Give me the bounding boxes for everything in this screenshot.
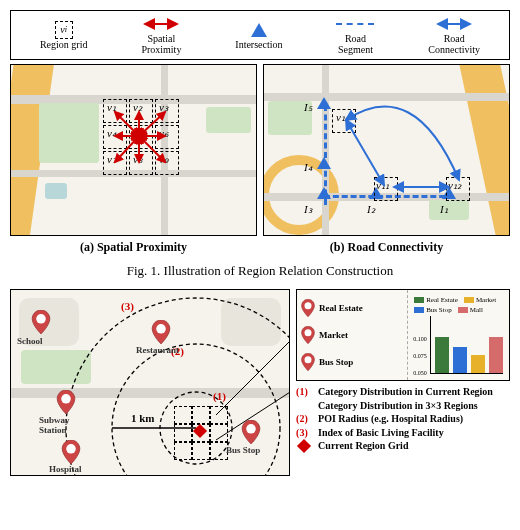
poi-pin-icon — [56, 390, 76, 414]
legend-road-segment: Road Segment — [336, 15, 374, 55]
chart-bar — [435, 337, 449, 373]
vertex-label: v₆ — [159, 127, 168, 140]
chart-legend-label: Mall — [470, 306, 483, 314]
legend-spatial-proximity: Spatial Proximity — [141, 15, 181, 55]
poi-label: Market — [319, 330, 348, 340]
panel-b-wrap: I₅ I₄ I₃ I₂ I₁ v₁₀ v₁₁ v₁₂ (b) Ro — [263, 64, 510, 255]
figure1-legend: vi Region grid Spatial Proximity Interse… — [10, 10, 510, 60]
intersection-label: I₃ — [304, 203, 312, 216]
key-num: (1) — [296, 385, 312, 399]
panel-a-caption: (a) Spatial Proximity — [10, 240, 257, 255]
legend-region-grid: vi Region grid — [40, 21, 88, 50]
zoom-poi-list: Real Estate Market Bus Stop — [297, 290, 408, 380]
intersection-icon — [251, 21, 267, 39]
intersection-label: I₅ — [304, 101, 312, 114]
key-text: Current Region Grid — [318, 439, 408, 453]
vertex-label: v₉ — [159, 153, 168, 166]
poi-pin-icon — [241, 420, 261, 444]
chart-legend-label: Bus Stop — [426, 306, 451, 314]
key-text: Category Distribution in 3×3 Regions — [318, 399, 478, 413]
poi-label: Restaurant — [136, 345, 179, 355]
chart-legend-label: Market — [476, 296, 496, 304]
poi-label: Hospital — [49, 464, 82, 474]
intersection-icon — [317, 157, 331, 169]
vertex-label: v₂ — [133, 101, 142, 114]
poi-pin-icon — [61, 440, 81, 464]
vertex-label: v₈ — [133, 153, 142, 166]
poi-label: Bus Stop — [319, 357, 353, 367]
poi-label: School — [17, 336, 43, 346]
diamond-icon — [297, 439, 311, 453]
chart-legend: Real Estate Market Bus Stop Mall — [412, 294, 505, 314]
poi-pin-icon — [31, 310, 51, 334]
legend-label: Road Connectivity — [428, 33, 480, 55]
poi-pin-icon — [151, 320, 171, 344]
fig2-key: (1)Category Distribution in Current Regi… — [296, 385, 510, 453]
chart-bar — [489, 337, 503, 373]
vertex-label: v₁₂ — [448, 179, 461, 192]
chart-legend-label: Real Estate — [426, 296, 458, 304]
figure1-panels: v₁ v₂ v₃ v₄ v₅ v₆ v₇ v₈ v₉ — [10, 64, 510, 255]
vertex-label: v₄ — [107, 127, 116, 140]
intersection-label: I₂ — [367, 203, 375, 216]
vertex-label: v₃ — [159, 101, 168, 114]
chart-bar — [453, 347, 467, 373]
vertex-label: v₁₀ — [336, 111, 349, 124]
legend-label: Region grid — [40, 39, 88, 50]
zoom-chart: Real Estate Market Bus Stop Mall 0.050 0… — [408, 290, 509, 380]
key-num: (3) — [296, 426, 312, 440]
fig2-right-column: Real Estate Market Bus Stop Real Estate … — [296, 289, 510, 476]
legend-label: Intersection — [235, 39, 282, 50]
ytick: 0.075 — [413, 353, 427, 359]
circle-label: (1) — [213, 390, 226, 402]
legend-label: Road Segment — [338, 33, 373, 55]
circle-label: (3) — [121, 300, 134, 312]
figure2: 1 km (1) (2) (3) School Restaurant Subwa… — [10, 289, 510, 476]
legend-road-connectivity: Road Connectivity — [428, 15, 480, 55]
key-num: (2) — [296, 412, 312, 426]
intersection-icon — [317, 97, 331, 109]
panel-a-wrap: v₁ v₂ v₃ v₄ v₅ v₆ v₇ v₈ v₉ — [10, 64, 257, 255]
svg-line-16 — [216, 330, 289, 415]
ytick: 0.050 — [413, 370, 427, 376]
fig2-map: 1 km (1) (2) (3) School Restaurant Subwa… — [10, 289, 290, 476]
chart-bar — [471, 355, 485, 373]
vertex-label: v₁ — [107, 101, 116, 114]
figure1-caption: Fig. 1. Illustration of Region Relation … — [10, 263, 510, 279]
spatial-proximity-icon — [141, 15, 181, 33]
vertex-label: v₁₁ — [376, 179, 389, 192]
key-text: Index of Basic Living Facility — [318, 426, 444, 440]
intersection-label: I₁ — [440, 203, 448, 216]
zoom-box: Real Estate Market Bus Stop Real Estate … — [296, 289, 510, 381]
legend-intersection: Intersection — [235, 21, 282, 50]
road-segment-icon — [336, 15, 374, 33]
intersection-icon — [317, 187, 331, 199]
key-text: Category Distribution in Current Region — [318, 385, 493, 399]
intersection-label: I₄ — [304, 161, 312, 174]
key-text: POI Radius (e.g. Hospital Radius) — [318, 412, 463, 426]
panel-b-caption: (b) Road Connectivity — [263, 240, 510, 255]
poi-label: Real Estate — [319, 303, 363, 313]
panel-b-map: I₅ I₄ I₃ I₂ I₁ v₁₀ v₁₁ v₁₂ — [263, 64, 510, 236]
vertex-label: v₇ — [107, 153, 116, 166]
road-connectivity-icon — [434, 15, 474, 33]
vertex-label: v₅ — [133, 127, 142, 140]
legend-label: Spatial Proximity — [141, 33, 181, 55]
region-grid-icon: vi — [55, 21, 73, 39]
ytick: 0.100 — [413, 336, 427, 342]
poi-label: Bus Stop — [226, 445, 260, 455]
panel-a-map: v₁ v₂ v₃ v₄ v₅ v₆ v₇ v₈ v₉ — [10, 64, 257, 236]
distance-label: 1 km — [131, 412, 155, 424]
poi-label: Subway Station — [39, 415, 70, 435]
